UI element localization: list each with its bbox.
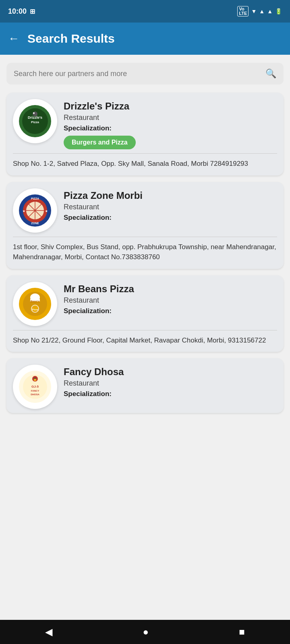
grid-icon: ⊞ [30, 8, 35, 15]
svg-text:GJ-5: GJ-5 [31, 385, 39, 388]
time-display: 10:00 [8, 7, 27, 16]
results-list: Drizzle's Pizza Drizzle's Pizza Restaura… [0, 93, 290, 453]
logo-svg: PIZZA ZONE ★ ★ [19, 194, 51, 227]
volte-icon: VoLTE [237, 6, 249, 17]
logo-svg: 👨 GJ-5 FANCY DHOSA [19, 371, 51, 403]
restaurant-address: Shop No 21/22, Ground Floor, Capital Mar… [6, 330, 284, 352]
logo-circle: PIZZA ZONE ★ ★ [13, 188, 57, 233]
logo-circle: 👨 GJ-5 FANCY DHOSA [13, 365, 57, 409]
restaurant-type: Restaurant [64, 203, 277, 211]
restaurant-name: Fancy Dhosa [64, 366, 277, 378]
status-bar: 10:00 ⊞ VoLTE ▼ ▲ ▲ 🔋 [0, 0, 290, 23]
logo-circle: Bean's Pizza [13, 282, 57, 326]
card-info: Pizza Zone Morbi Restaurant Specializati… [64, 188, 277, 225]
logo-circle: Drizzle's Pizza [13, 99, 57, 143]
status-bar-right: VoLTE ▼ ▲ ▲ 🔋 [237, 6, 282, 17]
svg-text:★: ★ [23, 210, 25, 213]
card-info: Drizzle's Pizza Restaurant Specializatio… [64, 99, 277, 149]
specialization-badge: Burgers and Pizza [64, 136, 136, 149]
specialization-label: Specialization: [64, 390, 277, 398]
result-card-drizzles-pizza[interactable]: Drizzle's Pizza Drizzle's Pizza Restaura… [6, 93, 284, 175]
restaurant-type: Restaurant [64, 296, 277, 305]
logo-svg: Drizzle's Pizza [19, 105, 51, 137]
svg-text:ZONE: ZONE [31, 222, 39, 225]
svg-text:Bean's: Bean's [31, 300, 40, 303]
search-bar[interactable]: 🔍 [6, 63, 284, 85]
restaurant-address: 1st floor, Shiv Complex, Bus Stand, opp.… [6, 237, 284, 269]
result-card-pizza-zone[interactable]: PIZZA ZONE ★ ★ Pizza Zone Morbi Restaura… [6, 182, 284, 269]
specialization-label: Specialization: [64, 214, 277, 222]
back-button[interactable]: ← [8, 32, 19, 45]
svg-text:★: ★ [45, 210, 48, 213]
restaurant-address: Shop No. 1-2, Satved Plaza, Opp. Sky Mal… [6, 154, 284, 175]
card-info: Mr Beans Pizza Restaurant Specialization… [64, 282, 277, 318]
specialization-label: Specialization: [64, 124, 277, 132]
bottom-navigation: ◀ ● ■ [0, 620, 290, 644]
restaurant-name: Mr Beans Pizza [64, 283, 277, 295]
restaurant-type: Restaurant [64, 379, 277, 388]
signal2-icon: ▲ [267, 8, 273, 14]
page-title: Search Results [27, 32, 115, 45]
nav-recent-button[interactable]: ■ [239, 626, 245, 638]
result-card-fancy-dhosa[interactable]: 👨 GJ-5 FANCY DHOSA Fancy Dhosa Restauran… [6, 358, 284, 413]
svg-text:DHOSA: DHOSA [31, 393, 39, 396]
status-bar-left: 10:00 ⊞ [8, 7, 35, 16]
wifi-icon: ▼ [251, 8, 257, 14]
logo-image: 👨 GJ-5 FANCY DHOSA [19, 371, 51, 403]
svg-text:Pizza: Pizza [31, 120, 39, 124]
header: ← Search Results [0, 23, 290, 55]
battery-icon: 🔋 [275, 8, 282, 14]
logo-image: Bean's Pizza [19, 288, 51, 320]
result-card-mr-beans[interactable]: Bean's Pizza Mr Beans Pizza Restaurant S… [6, 275, 284, 352]
logo-image: PIZZA ZONE ★ ★ [19, 194, 51, 227]
card-top: Drizzle's Pizza Drizzle's Pizza Restaura… [6, 93, 284, 153]
svg-point-4 [33, 111, 37, 116]
svg-text:👨: 👨 [33, 377, 37, 381]
restaurant-name: Pizza Zone Morbi [64, 190, 277, 201]
svg-text:Pizza: Pizza [32, 308, 38, 311]
svg-text:PIZZA: PIZZA [31, 197, 39, 200]
logo-svg: Bean's Pizza [19, 288, 51, 320]
card-info: Fancy Dhosa Restaurant Specialization: [64, 365, 277, 401]
nav-back-button[interactable]: ◀ [45, 626, 52, 638]
card-top: PIZZA ZONE ★ ★ Pizza Zone Morbi Restaura… [6, 182, 284, 237]
restaurant-name: Drizzle's Pizza [64, 101, 277, 112]
nav-home-button[interactable]: ● [143, 626, 149, 638]
specialization-label: Specialization: [64, 307, 277, 315]
signal1-icon: ▲ [259, 8, 265, 14]
search-input[interactable] [14, 70, 265, 78]
logo-image: Drizzle's Pizza [19, 105, 51, 137]
card-top: Bean's Pizza Mr Beans Pizza Restaurant S… [6, 275, 284, 330]
svg-text:FANCY: FANCY [31, 390, 39, 392]
svg-point-5 [33, 112, 35, 114]
restaurant-type: Restaurant [64, 114, 277, 122]
search-icon[interactable]: 🔍 [265, 68, 276, 79]
card-top: 👨 GJ-5 FANCY DHOSA Fancy Dhosa Restauran… [6, 358, 284, 413]
